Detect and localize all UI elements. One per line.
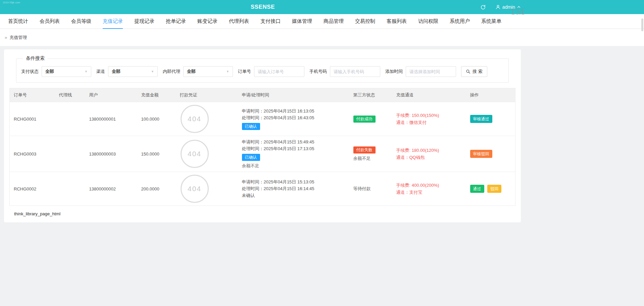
channel-text: 通道：QQ钱包: [396, 154, 462, 161]
cell-third-status: 等待付款: [349, 172, 392, 206]
apply-time: 申请时间：2025年04月15日 16:13:05: [242, 108, 345, 115]
tab-payment-api[interactable]: 支付接口: [260, 14, 281, 29]
tab-trade-control[interactable]: 交易控制: [355, 14, 375, 29]
breadcrumb-caret-icon: »: [5, 35, 7, 40]
process-time: 处理时间：2025年04月15日 16:14:45: [242, 185, 345, 192]
cell-order-no: RCHG0002: [10, 172, 55, 206]
search-icon: [466, 69, 470, 74]
table-row: RCHG0003 13800000003 150.0000 404 申请时间：2…: [10, 136, 515, 172]
phone-input[interactable]: [330, 66, 380, 77]
filter-pay-status: 支付状态 全部 ▼: [21, 66, 91, 77]
tab-service-list[interactable]: 客服列表: [387, 14, 407, 29]
approve-button[interactable]: 审核通过: [470, 115, 492, 123]
order-no-input[interactable]: [254, 66, 304, 77]
cell-user: 13800000001: [85, 102, 137, 136]
confirm-badge: 已确认: [242, 154, 260, 161]
inner-agent-select[interactable]: 全部 ▼: [183, 66, 233, 77]
fee-text: 手续费: 180.00(120%): [396, 147, 462, 154]
refresh-icon: [480, 4, 486, 10]
filter-inner-agent: 内部代理 全部 ▼: [163, 66, 233, 77]
app-title: SSENSE: [0, 0, 526, 14]
search-panel-title: 条件搜索: [23, 55, 47, 61]
add-time-label: 添加时间: [385, 69, 403, 75]
confirm-badge: 已确认: [242, 123, 260, 130]
tab-balance-change-records[interactable]: 账变记录: [197, 14, 217, 29]
process-time: 处理时间：2025年04月15日 17:13:05: [242, 145, 345, 152]
col-amount: 充值金额: [137, 88, 176, 102]
channel-text: 通道：微信支付: [396, 119, 462, 126]
cell-proof: 404: [176, 172, 238, 206]
tab-member-list[interactable]: 会员列表: [40, 14, 60, 29]
table-row: RCHG0002 13800000002 200.0000 404 申请时间：2…: [10, 172, 515, 206]
col-agent-line: 代理线: [55, 88, 85, 102]
status-badge: 付款失败: [353, 146, 376, 154]
reject-button[interactable]: 审核驳回: [470, 150, 492, 158]
cell-actions: 通过 驳回: [466, 172, 515, 206]
col-time: 申请/处理时间: [238, 88, 349, 102]
cell-third-status: 付款失败 余额不足: [349, 136, 392, 172]
col-order-no: 订单号: [10, 88, 55, 102]
pass-button[interactable]: 通过: [470, 185, 484, 193]
tab-recharge-records[interactable]: 充值记录: [103, 14, 123, 29]
channel-value: 全部: [112, 69, 120, 75]
phone-label: 手机号码: [309, 69, 327, 75]
username-label: admin: [502, 4, 515, 10]
cell-channel: 手续费: 400.00(200%) 通道：支付宝: [392, 172, 466, 206]
tab-product-management[interactable]: 商品管理: [324, 14, 344, 29]
page-footer-label: think_library_page_html: [9, 211, 515, 216]
col-proof: 打款凭证: [176, 88, 238, 102]
fee-text: 手续费: 400.00(200%): [396, 182, 462, 189]
tab-agent-list[interactable]: 代理列表: [229, 14, 249, 29]
chevron-down-icon: ▼: [226, 70, 229, 73]
deny-button[interactable]: 驳回: [487, 185, 501, 193]
cell-agent-line: [55, 102, 85, 136]
content-card: 条件搜索 支付状态 全部 ▼ 渠道 全部 ▼: [4, 49, 521, 222]
order-no-label: 订单号: [238, 69, 251, 75]
apply-time: 申请时间：2025年04月15日 15:49:45: [242, 139, 345, 145]
cell-user: 13800000002: [85, 172, 137, 206]
tab-grab-order-records[interactable]: 抢单记录: [166, 14, 186, 29]
add-time-input[interactable]: [406, 66, 456, 77]
tab-home-stats[interactable]: 首页统计: [8, 14, 28, 29]
tab-system-menu[interactable]: 系统菜单: [481, 14, 501, 29]
inner-agent-label: 内部代理: [163, 69, 180, 75]
proof-image-placeholder[interactable]: 404: [181, 105, 209, 133]
pay-status-value: 全部: [45, 69, 54, 75]
user-menu[interactable]: admin: [495, 4, 521, 10]
tab-withdraw-records[interactable]: 提现记录: [134, 14, 154, 29]
pay-status-label: 支付状态: [21, 69, 39, 75]
fee-text: 手续费: 150.00(150%): [396, 112, 462, 119]
apply-time: 申请时间：2025年04月15日 15:13:05: [242, 179, 345, 185]
chevron-down-icon: ▼: [85, 70, 88, 73]
search-panel: 条件搜索 支付状态 全部 ▼ 渠道 全部 ▼: [16, 55, 509, 83]
channel-select[interactable]: 全部 ▼: [108, 66, 158, 77]
scrollbar[interactable]: [641, 18, 643, 31]
tab-system-users[interactable]: 系统用户: [450, 14, 470, 29]
tab-media-management[interactable]: 媒体管理: [292, 14, 312, 29]
tab-access-permission[interactable]: 访问权限: [418, 14, 438, 29]
confirm-note: 余额不足: [242, 163, 345, 169]
table-header-row: 订单号 代理线 用户 充值金额 打款凭证 申请/处理时间 第三方状态 充值通道 …: [10, 88, 515, 102]
cell-amount: 100.0000: [137, 102, 176, 136]
cell-actions: 审核通过: [466, 102, 515, 136]
tab-member-level[interactable]: 会员等级: [71, 14, 91, 29]
cell-agent-line: [55, 172, 85, 206]
col-channel: 充值通道: [392, 88, 466, 102]
user-icon: [495, 4, 501, 10]
cell-channel: 手续费: 180.00(120%) 通道：QQ钱包: [392, 136, 466, 172]
search-button-label: 搜 索: [473, 69, 483, 75]
col-third-status: 第三方状态: [349, 88, 392, 102]
filter-phone: 手机号码: [309, 66, 380, 77]
pay-status-select[interactable]: 全部 ▼: [42, 66, 91, 77]
search-button[interactable]: 搜 索: [461, 66, 487, 77]
cell-user: 13800000003: [85, 136, 137, 172]
refresh-button[interactable]: [480, 4, 486, 10]
confirm-text: 未确认: [242, 192, 345, 199]
channel-label: 渠道: [96, 69, 105, 75]
proof-image-placeholder[interactable]: 404: [181, 175, 209, 203]
col-user: 用户: [85, 88, 137, 102]
proof-image-placeholder[interactable]: 404: [181, 140, 209, 168]
breadcrumb-label: 充值管理: [9, 35, 27, 41]
cell-order-no: RCHG0001: [10, 102, 55, 136]
cell-agent-line: [55, 136, 85, 172]
